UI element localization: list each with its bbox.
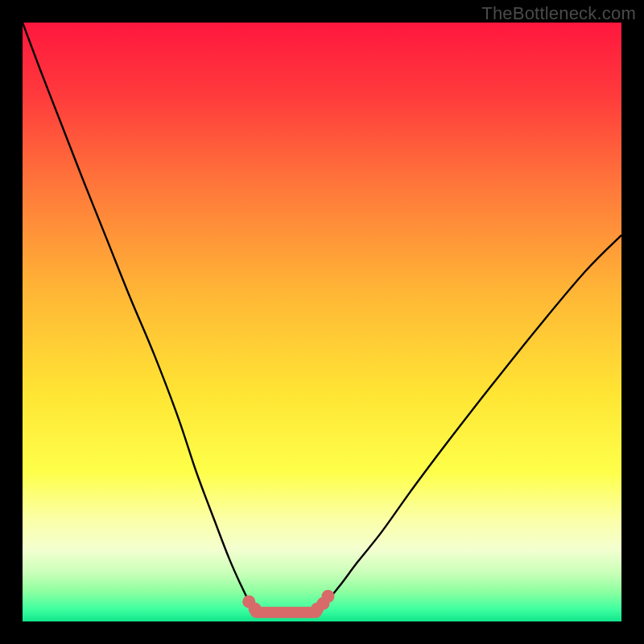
chart-svg — [23, 23, 621, 621]
curve-left — [23, 23, 256, 611]
curve-right — [316, 235, 621, 610]
chart-frame: TheBottleneck.com — [0, 0, 644, 644]
curve-group — [23, 23, 621, 613]
plot-area — [23, 23, 621, 621]
marker-dot — [321, 590, 334, 603]
marker-dot — [249, 602, 262, 615]
marker-group — [242, 590, 334, 616]
watermark-text: TheBottleneck.com — [481, 3, 636, 24]
